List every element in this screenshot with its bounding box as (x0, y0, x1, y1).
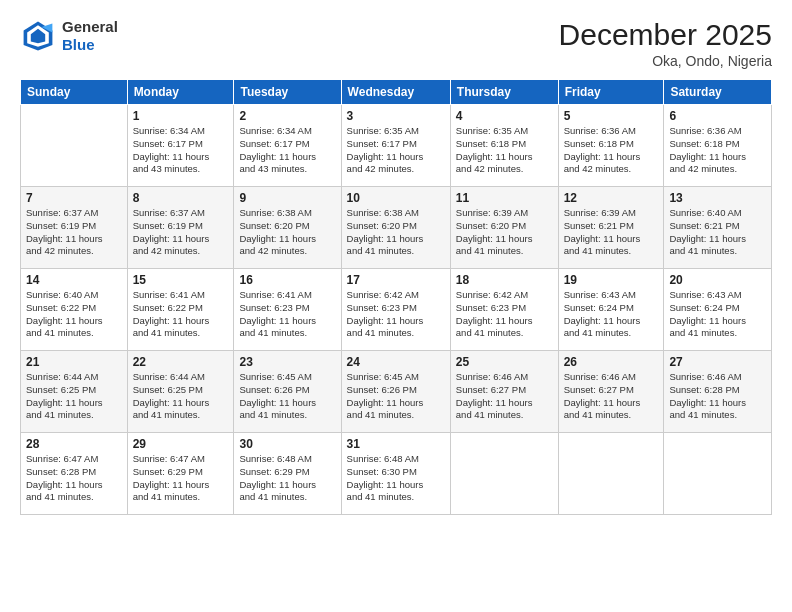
day-number: 1 (133, 109, 229, 123)
day-cell: 12Sunrise: 6:39 AM Sunset: 6:21 PM Dayli… (558, 187, 664, 269)
day-number: 8 (133, 191, 229, 205)
day-info: Sunrise: 6:41 AM Sunset: 6:23 PM Dayligh… (239, 289, 335, 340)
calendar-header-row: SundayMondayTuesdayWednesdayThursdayFrid… (21, 80, 772, 105)
day-number: 20 (669, 273, 766, 287)
day-number: 17 (347, 273, 445, 287)
day-info: Sunrise: 6:45 AM Sunset: 6:26 PM Dayligh… (239, 371, 335, 422)
day-number: 31 (347, 437, 445, 451)
day-cell: 14Sunrise: 6:40 AM Sunset: 6:22 PM Dayli… (21, 269, 128, 351)
day-cell: 8Sunrise: 6:37 AM Sunset: 6:19 PM Daylig… (127, 187, 234, 269)
day-info: Sunrise: 6:44 AM Sunset: 6:25 PM Dayligh… (26, 371, 122, 422)
col-header-sunday: Sunday (21, 80, 128, 105)
day-cell: 23Sunrise: 6:45 AM Sunset: 6:26 PM Dayli… (234, 351, 341, 433)
day-number: 19 (564, 273, 659, 287)
day-cell: 31Sunrise: 6:48 AM Sunset: 6:30 PM Dayli… (341, 433, 450, 515)
day-cell: 10Sunrise: 6:38 AM Sunset: 6:20 PM Dayli… (341, 187, 450, 269)
day-number: 6 (669, 109, 766, 123)
day-number: 13 (669, 191, 766, 205)
day-info: Sunrise: 6:39 AM Sunset: 6:20 PM Dayligh… (456, 207, 553, 258)
day-cell: 9Sunrise: 6:38 AM Sunset: 6:20 PM Daylig… (234, 187, 341, 269)
day-info: Sunrise: 6:47 AM Sunset: 6:28 PM Dayligh… (26, 453, 122, 504)
day-info: Sunrise: 6:43 AM Sunset: 6:24 PM Dayligh… (564, 289, 659, 340)
day-number: 4 (456, 109, 553, 123)
day-info: Sunrise: 6:46 AM Sunset: 6:27 PM Dayligh… (564, 371, 659, 422)
day-cell: 30Sunrise: 6:48 AM Sunset: 6:29 PM Dayli… (234, 433, 341, 515)
day-number: 26 (564, 355, 659, 369)
day-info: Sunrise: 6:38 AM Sunset: 6:20 PM Dayligh… (239, 207, 335, 258)
day-info: Sunrise: 6:39 AM Sunset: 6:21 PM Dayligh… (564, 207, 659, 258)
day-info: Sunrise: 6:46 AM Sunset: 6:28 PM Dayligh… (669, 371, 766, 422)
day-cell: 24Sunrise: 6:45 AM Sunset: 6:26 PM Dayli… (341, 351, 450, 433)
day-cell: 28Sunrise: 6:47 AM Sunset: 6:28 PM Dayli… (21, 433, 128, 515)
day-number: 24 (347, 355, 445, 369)
day-number: 29 (133, 437, 229, 451)
day-number: 5 (564, 109, 659, 123)
day-cell: 18Sunrise: 6:42 AM Sunset: 6:23 PM Dayli… (450, 269, 558, 351)
day-info: Sunrise: 6:40 AM Sunset: 6:22 PM Dayligh… (26, 289, 122, 340)
day-cell: 21Sunrise: 6:44 AM Sunset: 6:25 PM Dayli… (21, 351, 128, 433)
day-cell: 16Sunrise: 6:41 AM Sunset: 6:23 PM Dayli… (234, 269, 341, 351)
day-info: Sunrise: 6:44 AM Sunset: 6:25 PM Dayligh… (133, 371, 229, 422)
week-row-4: 21Sunrise: 6:44 AM Sunset: 6:25 PM Dayli… (21, 351, 772, 433)
day-info: Sunrise: 6:36 AM Sunset: 6:18 PM Dayligh… (564, 125, 659, 176)
day-cell: 17Sunrise: 6:42 AM Sunset: 6:23 PM Dayli… (341, 269, 450, 351)
location: Oka, Ondo, Nigeria (559, 53, 772, 69)
day-cell: 29Sunrise: 6:47 AM Sunset: 6:29 PM Dayli… (127, 433, 234, 515)
day-info: Sunrise: 6:43 AM Sunset: 6:24 PM Dayligh… (669, 289, 766, 340)
week-row-5: 28Sunrise: 6:47 AM Sunset: 6:28 PM Dayli… (21, 433, 772, 515)
day-cell: 27Sunrise: 6:46 AM Sunset: 6:28 PM Dayli… (664, 351, 772, 433)
month-title: December 2025 (559, 18, 772, 51)
day-cell: 15Sunrise: 6:41 AM Sunset: 6:22 PM Dayli… (127, 269, 234, 351)
day-cell: 3Sunrise: 6:35 AM Sunset: 6:17 PM Daylig… (341, 105, 450, 187)
col-header-wednesday: Wednesday (341, 80, 450, 105)
day-cell (558, 433, 664, 515)
day-info: Sunrise: 6:35 AM Sunset: 6:18 PM Dayligh… (456, 125, 553, 176)
logo-blue: Blue (62, 36, 118, 54)
day-cell: 2Sunrise: 6:34 AM Sunset: 6:17 PM Daylig… (234, 105, 341, 187)
day-info: Sunrise: 6:48 AM Sunset: 6:30 PM Dayligh… (347, 453, 445, 504)
day-number: 28 (26, 437, 122, 451)
day-number: 10 (347, 191, 445, 205)
day-info: Sunrise: 6:37 AM Sunset: 6:19 PM Dayligh… (133, 207, 229, 258)
day-info: Sunrise: 6:41 AM Sunset: 6:22 PM Dayligh… (133, 289, 229, 340)
day-number: 15 (133, 273, 229, 287)
day-number: 16 (239, 273, 335, 287)
day-cell: 7Sunrise: 6:37 AM Sunset: 6:19 PM Daylig… (21, 187, 128, 269)
day-cell: 26Sunrise: 6:46 AM Sunset: 6:27 PM Dayli… (558, 351, 664, 433)
week-row-1: 1Sunrise: 6:34 AM Sunset: 6:17 PM Daylig… (21, 105, 772, 187)
logo-general: General (62, 18, 118, 36)
col-header-saturday: Saturday (664, 80, 772, 105)
day-number: 2 (239, 109, 335, 123)
day-cell: 4Sunrise: 6:35 AM Sunset: 6:18 PM Daylig… (450, 105, 558, 187)
day-number: 25 (456, 355, 553, 369)
day-number: 27 (669, 355, 766, 369)
day-cell (21, 105, 128, 187)
day-info: Sunrise: 6:34 AM Sunset: 6:17 PM Dayligh… (239, 125, 335, 176)
day-cell: 6Sunrise: 6:36 AM Sunset: 6:18 PM Daylig… (664, 105, 772, 187)
day-number: 12 (564, 191, 659, 205)
day-cell: 1Sunrise: 6:34 AM Sunset: 6:17 PM Daylig… (127, 105, 234, 187)
col-header-monday: Monday (127, 80, 234, 105)
logo-text: General Blue (62, 18, 118, 54)
day-info: Sunrise: 6:37 AM Sunset: 6:19 PM Dayligh… (26, 207, 122, 258)
day-number: 21 (26, 355, 122, 369)
day-number: 11 (456, 191, 553, 205)
day-cell: 11Sunrise: 6:39 AM Sunset: 6:20 PM Dayli… (450, 187, 558, 269)
day-cell (664, 433, 772, 515)
day-number: 14 (26, 273, 122, 287)
title-area: December 2025 Oka, Ondo, Nigeria (559, 18, 772, 69)
logo-icon (20, 18, 56, 54)
day-info: Sunrise: 6:46 AM Sunset: 6:27 PM Dayligh… (456, 371, 553, 422)
col-header-friday: Friday (558, 80, 664, 105)
day-cell: 20Sunrise: 6:43 AM Sunset: 6:24 PM Dayli… (664, 269, 772, 351)
day-cell (450, 433, 558, 515)
day-cell: 25Sunrise: 6:46 AM Sunset: 6:27 PM Dayli… (450, 351, 558, 433)
day-cell: 22Sunrise: 6:44 AM Sunset: 6:25 PM Dayli… (127, 351, 234, 433)
day-info: Sunrise: 6:42 AM Sunset: 6:23 PM Dayligh… (456, 289, 553, 340)
day-number: 30 (239, 437, 335, 451)
day-cell: 19Sunrise: 6:43 AM Sunset: 6:24 PM Dayli… (558, 269, 664, 351)
day-info: Sunrise: 6:36 AM Sunset: 6:18 PM Dayligh… (669, 125, 766, 176)
week-row-2: 7Sunrise: 6:37 AM Sunset: 6:19 PM Daylig… (21, 187, 772, 269)
header: General Blue December 2025 Oka, Ondo, Ni… (20, 18, 772, 69)
week-row-3: 14Sunrise: 6:40 AM Sunset: 6:22 PM Dayli… (21, 269, 772, 351)
